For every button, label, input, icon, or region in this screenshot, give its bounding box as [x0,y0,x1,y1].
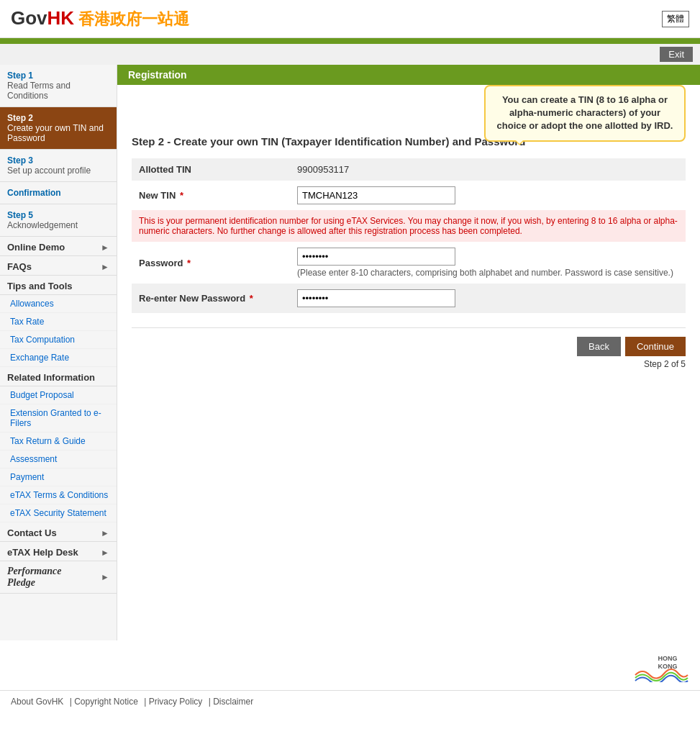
footer-link-about[interactable]: About GovHK [11,697,63,707]
contact-us-label: Contact Us [7,527,57,538]
continue-button[interactable]: Continue [625,337,686,356]
exit-button[interactable]: Exit [660,47,693,62]
online-demo-arrow: ► [101,243,109,253]
sidebar-step1[interactable]: Step 1 Read Terms and Conditions [0,65,117,107]
contact-us-arrow: ► [101,528,109,538]
footer: About GovHK | Copyright Notice | Privacy… [0,690,700,712]
sidebar-link-assessment[interactable]: Assessment [0,450,117,468]
new-tin-required: * [177,190,183,201]
sidebar-perf-pledge[interactable]: Performance Pledge ► [0,561,117,594]
sidebar-link-etaxsecurity[interactable]: eTAX Security Statement [0,504,117,522]
logo-chinese: 香港政府一站通 [74,10,189,28]
etax-help-arrow: ► [101,548,109,558]
layout: Step 1 Read Terms and Conditions Step 2 … [0,65,700,640]
reenter-password-row: Re-enter New Password * [132,284,686,313]
sidebar-tips-tools: Tips and Tools [0,276,117,295]
reenter-password-input[interactable] [297,289,455,307]
faqs-arrow: ► [101,262,109,272]
info-message: This is your permanent identification nu… [132,210,686,242]
new-tin-row: New TIN * [132,181,686,210]
sidebar-link-taxrate[interactable]: Tax Rate [0,313,117,331]
password-label: Password * [132,242,290,284]
sidebar-link-payment[interactable]: Payment [0,468,117,486]
sidebar-online-demo[interactable]: Online Demo ► [0,237,117,256]
language-button[interactable]: 繁體 [662,11,689,27]
green-bar [0,38,700,44]
step1-label: Read Terms and Conditions [7,81,109,101]
registration-header: Registration [117,65,700,85]
footer-links: About GovHK | Copyright Notice | Privacy… [11,697,257,707]
step2-label: Create your own TIN and Password [7,123,109,143]
allotted-tin-value: 9900953117 [290,158,686,181]
logo: GovHK 香港政府一站通 [11,7,189,30]
sidebar: Step 1 Read Terms and Conditions Step 2 … [0,65,117,640]
action-buttons: Back Continue [132,327,686,356]
logo-chinese-text: 香港政府一站通 [78,10,189,28]
step5-label: Acknowledgement [7,220,109,230]
hk-logo-svg: HONG KONG [632,646,689,682]
main-content-area: Registration You can create a TIN (8 to … [117,65,700,640]
sidebar-step2[interactable]: Step 2 Create your own TIN and Password [0,107,117,150]
perf-pledge-arrow: ► [101,572,109,582]
sidebar-related-info: Related Information [0,367,117,386]
sidebar-link-exchangerate[interactable]: Exchange Rate [0,349,117,367]
step5-num: Step 5 [7,210,109,220]
new-tin-label-text: New TIN [139,190,176,201]
reenter-label-text: Re-enter New Password [139,293,245,304]
etax-help-label: eTAX Help Desk [7,547,78,558]
online-demo-label: Online Demo [7,242,65,253]
password-input-cell: (Please enter 8-10 characters, comprisin… [290,242,686,284]
perf-pledge-text: Performance Pledge [7,566,98,589]
password-row: Password * (Please enter 8-10 characters… [132,242,686,284]
sidebar-step3[interactable]: Step 3 Set up account profile [0,150,117,182]
form-table: Allotted TIN 9900953117 New TIN * [132,158,686,313]
password-required: * [184,258,191,268]
reenter-label: Re-enter New Password * [132,284,290,313]
faqs-label: FAQs [7,261,32,272]
new-tin-input-cell [290,181,686,210]
svg-text:KONG: KONG [658,663,678,670]
step-indicator: Step 2 of 5 [132,359,686,369]
sidebar-link-budget[interactable]: Budget Proposal [0,386,117,404]
tooltip-bubble: You can create a TIN (8 to 16 alpha or a… [484,85,686,142]
password-input[interactable] [297,248,455,266]
hk-logo-area: HONG KONG [632,646,689,684]
password-hint: (Please enter 8-10 characters, comprisin… [297,268,678,278]
new-tin-label: New TIN * [132,181,290,210]
step3-num: Step 3 [7,155,109,166]
footer-link-copyright[interactable]: Copyright Notice [74,697,138,707]
sidebar-etax-help[interactable]: eTAX Help Desk ► [0,542,117,561]
step4-num: Confirmation [7,188,109,198]
action-bar: Exit [0,44,700,65]
password-label-text: Password [139,258,183,268]
sidebar-faqs[interactable]: FAQs ► [0,256,117,276]
tips-tools-label: Tips and Tools [7,281,73,291]
step3-label: Set up account profile [7,166,109,176]
header: GovHK 香港政府一站通 繁體 [0,0,700,38]
step2-num: Step 2 [7,113,109,123]
reenter-input-cell [290,284,686,313]
back-button[interactable]: Back [577,337,621,356]
allotted-tin-label: Allotted TIN [132,158,290,181]
step1-num: Step 1 [7,71,109,81]
svg-text:HONG: HONG [658,655,678,662]
sidebar-link-allowances[interactable]: Allowances [0,295,117,313]
new-tin-input[interactable] [297,186,455,204]
logo-gov: Gov [11,7,47,29]
sidebar-link-extension[interactable]: Extension Granted to e-Filers [0,404,117,432]
info-row: This is your permanent identification nu… [132,210,686,242]
sidebar-step5[interactable]: Step 5 Acknowledgement [0,204,117,237]
sidebar-contact-us[interactable]: Contact Us ► [0,522,117,542]
footer-link-disclaimer[interactable]: Disclaimer [213,697,253,707]
reenter-required: * [247,293,253,304]
main-content: You can create a TIN (8 to 16 alpha or a… [117,85,700,380]
footer-link-privacy[interactable]: Privacy Policy [149,697,203,707]
related-info-label: Related Information [7,372,95,383]
sidebar-link-taxreturn[interactable]: Tax Return & Guide [0,432,117,450]
sidebar-step4[interactable]: Confirmation [0,182,117,204]
sidebar-link-etaxterms[interactable]: eTAX Terms & Conditions [0,486,117,504]
logo-hk: HK [47,7,75,29]
allotted-tin-row: Allotted TIN 9900953117 [132,158,686,181]
sidebar-link-taxcomputation[interactable]: Tax Computation [0,331,117,349]
